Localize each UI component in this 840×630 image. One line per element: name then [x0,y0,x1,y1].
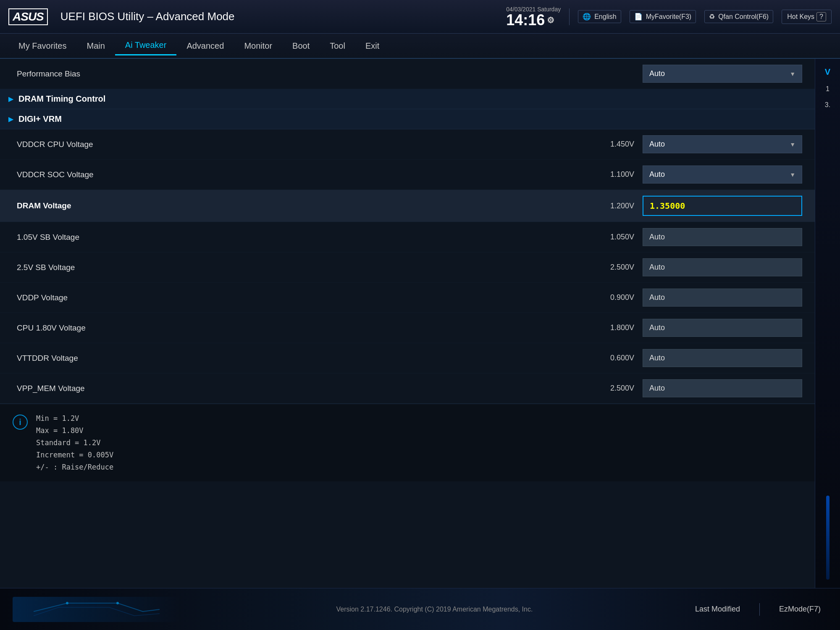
tab-boot[interactable]: Boot [282,37,320,55]
dram-timing-title: DRAM Timing Control [18,94,105,104]
sidebar-v-indicator: V [825,67,830,77]
vttddr-current: 0.600V [584,354,634,362]
dram-voltage-current: 1.200V [584,202,634,210]
vddp-row: VDDP Voltage 0.900V Auto [0,283,815,313]
qfan-label: Qfan Control(F6) [718,13,769,21]
scroll-indicator[interactable] [826,496,830,580]
dram-voltage-input[interactable]: 1.35000 [643,196,802,216]
vddp-value: Auto [643,289,802,307]
sb-2p5-row: 2.5V SB Voltage 2.500V Auto [0,252,815,283]
sb-2p5-value: Auto [643,258,802,276]
sb-1p05-label: 1.05V SB Voltage [17,233,584,242]
top-right-controls: 04/03/2021 Saturday 14:16 ⚙ 🌐 English 📄 … [506,6,832,28]
vddp-current: 0.900V [584,293,634,302]
bios-title: UEFI BIOS Utility – Advanced Mode [60,10,235,23]
vpp-mem-current: 2.500V [584,384,634,393]
qfan-button[interactable]: ♻ Qfan Control(F6) [704,10,773,23]
vddcr-cpu-control[interactable]: Auto ▼ [643,135,802,153]
hotkeys-key-badge: ? [816,12,826,21]
vttddr-row: VTTDDR Voltage 0.600V Auto [0,343,815,373]
time-display: 14:16 ⚙ [506,13,554,28]
tab-exit[interactable]: Exit [355,37,389,55]
vttddr-value: Auto [643,349,802,367]
vddcr-cpu-value: Auto [649,140,665,149]
sb-2p5-control[interactable]: Auto [643,258,802,276]
ez-mode-button[interactable]: EzMode(F7) [772,601,827,617]
tab-tool[interactable]: Tool [320,37,355,55]
tab-ai-tweaker[interactable]: Ai Tweaker [115,36,177,55]
dram-voltage-row: DRAM Voltage 1.200V 1.35000 [0,190,815,222]
vttddr-control[interactable]: Auto [643,349,802,367]
info-line-4: Increment = 0.005V [36,449,113,461]
last-modified-button[interactable]: Last Modified [688,601,747,617]
cpu-1p8-row: CPU 1.80V Voltage 1.800V Auto [0,313,815,343]
vddcr-soc-control[interactable]: Auto ▼ [643,165,802,184]
myfavorite-button[interactable]: 📄 MyFavorite(F3) [630,10,696,23]
vddcr-cpu-current: 1.450V [584,140,634,149]
vddcr-soc-row: VDDCR SOC Voltage 1.100V Auto ▼ [0,160,815,190]
vpp-mem-value: Auto [643,379,802,397]
settings-panel[interactable]: Performance Bias Auto ▼ ▶ DRAM Timing Co… [0,59,815,588]
vddcr-cpu-dropdown[interactable]: Auto ▼ [643,135,802,153]
bottom-divider [759,603,760,616]
cpu-1p8-label: CPU 1.80V Voltage [17,323,584,333]
cpu-1p8-control[interactable]: Auto [643,319,802,337]
digi-vrm-section[interactable]: ▶ DIGI+ VRM [0,109,815,129]
vddcr-cpu-label: VDDCR CPU Voltage [17,140,584,149]
cpu-1p8-current: 1.800V [584,323,634,332]
myfavorite-label: MyFavorite(F3) [646,13,691,21]
vddcr-cpu-row: VDDCR CPU Voltage 1.450V Auto ▼ [0,129,815,160]
info-text: Min = 1.2V Max = 1.80V Standard = 1.2V I… [36,412,113,473]
info-icon: i [13,415,28,430]
vddp-label: VDDP Voltage [17,293,584,302]
svg-point-1 [116,602,119,604]
vddp-control[interactable]: Auto [643,289,802,307]
bookmark-icon: 📄 [634,13,643,21]
hotkeys-label: Hot Keys [787,13,814,21]
top-bar: ASUS UEFI BIOS Utility – Advanced Mode 0… [0,0,840,34]
tab-main[interactable]: Main [76,37,115,55]
perf-bias-dropdown[interactable]: Auto ▼ [643,65,802,83]
bottom-right-controls: Last Modified EzMode(F7) [688,601,827,617]
vddcr-soc-value: Auto [649,170,665,179]
tech-decoration [34,599,160,620]
tab-monitor[interactable]: Monitor [234,37,282,55]
vddcr-soc-label: VDDCR SOC Voltage [17,170,584,179]
sidebar-num-1: 1 [826,85,830,93]
dram-timing-section[interactable]: ▶ DRAM Timing Control [0,89,815,109]
svg-point-0 [66,602,68,604]
tab-advanced[interactable]: Advanced [176,37,234,55]
digi-vrm-arrow: ▶ [8,115,13,123]
tab-my-favorites[interactable]: My Favorites [8,37,76,55]
vddcr-soc-dropdown[interactable]: Auto ▼ [643,165,802,184]
dropdown-arrow-2: ▼ [790,171,795,178]
right-sidebar: V 1 3. [815,59,840,588]
main-area: Performance Bias Auto ▼ ▶ DRAM Timing Co… [0,59,840,588]
info-line-5: +/- : Raise/Reduce [36,461,113,473]
vpp-mem-control[interactable]: Auto [643,379,802,397]
bottom-bar: Version 2.17.1246. Copyright (C) 2019 Am… [0,588,840,630]
date-time-block: 04/03/2021 Saturday 14:16 ⚙ [506,6,561,28]
time-value: 14:16 [506,13,545,28]
sb-2p5-current: 2.500V [584,263,634,272]
vpp-mem-label: VPP_MEM Voltage [17,384,584,393]
language-button[interactable]: 🌐 English [578,10,621,23]
dram-voltage-label: DRAM Voltage [17,201,584,210]
info-line-3: Standard = 1.2V [36,437,113,449]
dram-timing-arrow: ▶ [8,95,13,103]
fan-icon: ♻ [709,13,715,21]
settings-icon[interactable]: ⚙ [547,16,554,24]
digi-vrm-title: DIGI+ VRM [18,114,62,124]
nav-bar: My Favorites Main Ai Tweaker Advanced Mo… [0,34,840,59]
sb-2p5-label: 2.5V SB Voltage [17,263,584,272]
vpp-mem-row: VPP_MEM Voltage 2.500V Auto [0,373,815,404]
bottom-left-decoration [13,597,181,622]
sb-1p05-value: Auto [643,228,802,246]
sb-1p05-control[interactable]: Auto [643,228,802,246]
perf-bias-row: Performance Bias Auto ▼ [0,59,815,89]
sb-1p05-current: 1.050V [584,233,634,242]
hotkeys-button[interactable]: Hot Keys ? [782,10,832,24]
dram-voltage-control[interactable]: 1.35000 [643,196,802,216]
perf-bias-label: Performance Bias [17,69,643,79]
sidebar-num-2: 3. [825,101,830,109]
